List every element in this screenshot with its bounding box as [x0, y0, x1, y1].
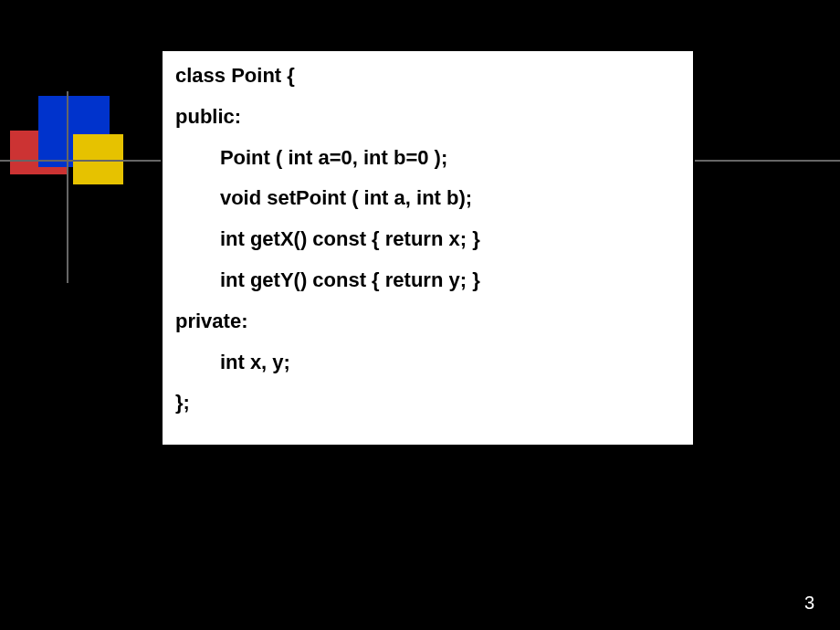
decorative-vertical-line — [67, 91, 68, 283]
code-line-4: void setPoint ( int a, int b); — [175, 184, 680, 213]
code-line-7: private: — [175, 308, 680, 336]
code-line-3: Point ( int a=0, int b=0 ); — [175, 144, 680, 173]
code-line-8: int x, y; — [175, 349, 680, 377]
code-line-2: public: — [175, 103, 680, 131]
code-line-6: int getY() const { return y; } — [175, 267, 680, 295]
page-number: 3 — [804, 593, 814, 614]
code-line-9: }; — [175, 389, 680, 417]
code-snippet-container: class Point { public: Point ( int a=0, i… — [161, 49, 695, 446]
code-line-5: int getX() const { return x; } — [175, 226, 680, 254]
decorative-horizontal-line-left — [0, 160, 161, 162]
code-line-1: class Point { — [175, 62, 680, 90]
